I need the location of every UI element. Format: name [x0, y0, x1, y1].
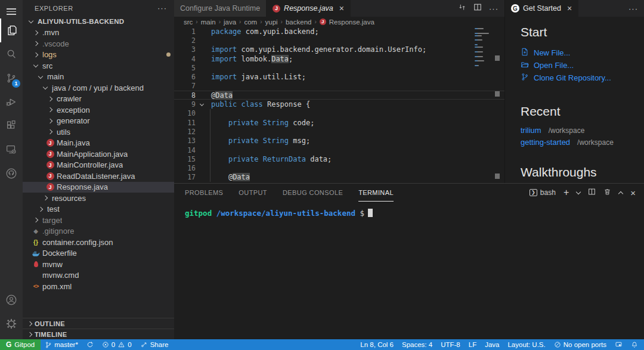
- tree-item-folder[interactable]: logs: [23, 49, 174, 61]
- close-panel-icon[interactable]: ×: [630, 188, 636, 198]
- tree-item-folder[interactable]: utils: [23, 126, 174, 138]
- tree-item-file[interactable]: JMain.java: [23, 138, 174, 149]
- code-line[interactable]: 17 @Data: [174, 173, 504, 182]
- more-actions-icon[interactable]: ···: [489, 4, 499, 13]
- tree-item-file[interactable]: mvnw.cmd: [23, 270, 174, 281]
- remote-indicator[interactable]: G Gitpod: [0, 339, 41, 350]
- ports-status[interactable]: No open ports: [550, 339, 611, 350]
- tree-item-file[interactable]: ◆.gitignore: [23, 226, 174, 237]
- recent-workspace-link[interactable]: getting-started: [521, 138, 570, 147]
- run-debug-icon[interactable]: [0, 90, 23, 114]
- panel-tab-problems[interactable]: PROBLEMS: [185, 184, 223, 202]
- panel-tab-output[interactable]: OUTPUT: [239, 184, 267, 202]
- tree-item-folder[interactable]: target: [23, 215, 174, 226]
- sync-status[interactable]: [82, 339, 98, 350]
- minimap[interactable]: [475, 28, 489, 67]
- tree-item-folder[interactable]: java / com / yupi / backend: [23, 82, 174, 94]
- terminal-output[interactable]: gitpod /workspace/aliyun-utils-backend $: [174, 202, 644, 339]
- maximize-panel-icon[interactable]: [618, 191, 623, 196]
- code-line[interactable]: 3import com.yupi.backend.generator.domai…: [174, 45, 504, 54]
- code-editor[interactable]: 1package com.yupi.backend;23import com.y…: [174, 27, 504, 183]
- close-tab-icon[interactable]: ×: [567, 4, 572, 13]
- code-line[interactable]: 9public class Response {: [174, 100, 504, 109]
- fold-chevron-icon[interactable]: [200, 102, 204, 106]
- tree-item-folder[interactable]: crawler: [23, 94, 174, 105]
- tab-get-started[interactable]: G Get Started ×: [505, 0, 578, 17]
- share-status[interactable]: Share: [136, 339, 173, 350]
- getstarted-link[interactable]: Open File...: [521, 59, 644, 72]
- extensions-icon[interactable]: [0, 114, 23, 138]
- tree-item-folder[interactable]: .mvn: [23, 27, 174, 39]
- account-icon[interactable]: [0, 288, 23, 312]
- panel-tab-debug-console[interactable]: DEBUG CONSOLE: [283, 184, 343, 202]
- timeline-section[interactable]: TIMELINE: [23, 329, 174, 339]
- getstarted-link[interactable]: New File...: [521, 47, 644, 59]
- breadcrumb-item[interactable]: com: [244, 18, 257, 26]
- code-line[interactable]: 16: [174, 163, 504, 172]
- code-line[interactable]: 12: [174, 127, 504, 136]
- code-line[interactable]: 2: [174, 36, 504, 45]
- tree-item-file[interactable]: JResponse.java: [23, 182, 174, 193]
- code-line[interactable]: 6import java.util.List;: [174, 72, 504, 81]
- git-branch-status[interactable]: master*: [41, 339, 82, 350]
- split-terminal-icon[interactable]: [588, 188, 596, 197]
- breadcrumb[interactable]: src›main›java›com›yupi›backend›JResponse…: [174, 17, 504, 27]
- feedback-status[interactable]: [611, 339, 627, 350]
- tree-item-folder[interactable]: .vscode: [23, 38, 174, 49]
- tree-item-folder[interactable]: ALIYUN-UTILS-BACKEND: [23, 16, 174, 27]
- breadcrumb-item[interactable]: backend: [286, 18, 311, 26]
- outline-section[interactable]: OUTLINE: [23, 318, 174, 329]
- recent-workspace-link[interactable]: trilium: [521, 126, 541, 135]
- getstarted-link[interactable]: Clone Git Repository...: [521, 72, 644, 84]
- close-tab-icon[interactable]: ×: [339, 4, 344, 13]
- panel-tab-terminal[interactable]: TERMINAL: [358, 184, 394, 202]
- tree-item-folder[interactable]: generator: [23, 116, 174, 127]
- code-line[interactable]: 1package com.yupi.backend;: [174, 27, 504, 36]
- notifications-status[interactable]: [627, 339, 644, 350]
- tree-item-folder[interactable]: main: [23, 72, 174, 83]
- breadcrumb-item[interactable]: java: [224, 18, 236, 26]
- code-line[interactable]: 13 private String msg;: [174, 137, 504, 145]
- open-changes-icon[interactable]: [458, 3, 466, 14]
- code-line[interactable]: 7: [174, 82, 504, 91]
- new-terminal-icon[interactable]: +: [564, 187, 569, 198]
- code-line[interactable]: 15 private ReturnData data;: [174, 154, 504, 163]
- status-item[interactable]: Spaces: 4: [398, 339, 436, 350]
- status-item[interactable]: Layout: U.S.: [503, 339, 549, 350]
- code-line[interactable]: 5: [174, 63, 504, 72]
- settings-gear-icon[interactable]: [0, 312, 23, 336]
- status-item[interactable]: Java: [481, 339, 503, 350]
- explorer-icon[interactable]: [0, 18, 23, 42]
- tree-item-folder[interactable]: test: [23, 204, 174, 215]
- split-editor-icon[interactable]: [473, 3, 482, 14]
- breadcrumb-item[interactable]: main: [201, 18, 216, 26]
- tree-item-file[interactable]: JMainApplication.java: [23, 148, 174, 160]
- tree-item-file[interactable]: JReadDataListener.java: [23, 171, 174, 182]
- tree-item-file[interactable]: <>pom.xml: [23, 281, 174, 292]
- code-line[interactable]: 11 private String code;: [174, 118, 504, 127]
- editor-tab[interactable]: Configure Java Runtime: [174, 0, 267, 17]
- search-icon[interactable]: [0, 42, 23, 66]
- tree-item-file[interactable]: {}container.config.json: [23, 237, 174, 248]
- remote-explorer-icon[interactable]: [0, 138, 23, 162]
- github-icon[interactable]: [0, 162, 23, 185]
- more-actions-icon[interactable]: ···: [628, 4, 638, 13]
- shell-selector[interactable]: ❯ bash: [530, 188, 556, 197]
- tree-item-folder[interactable]: resources: [23, 193, 174, 204]
- status-item[interactable]: UTF-8: [436, 339, 465, 350]
- tree-item-file[interactable]: Dockerfile: [23, 248, 174, 259]
- tree-item-file[interactable]: mvnw: [23, 259, 174, 270]
- tree-item-file[interactable]: JMainController.java: [23, 160, 174, 171]
- code-line[interactable]: 4import lombok.Data;: [174, 54, 504, 63]
- tree-item-folder[interactable]: src: [23, 60, 174, 72]
- breadcrumb-item[interactable]: Response.java: [329, 18, 374, 26]
- status-item[interactable]: LF: [465, 339, 481, 350]
- breadcrumb-item[interactable]: src: [184, 18, 193, 26]
- explorer-actions-icon[interactable]: ···: [157, 4, 167, 13]
- code-line[interactable]: 14: [174, 145, 504, 154]
- editor-tab[interactable]: JResponse.java×: [267, 0, 351, 17]
- code-line[interactable]: 10: [174, 109, 504, 118]
- breadcrumb-item[interactable]: yupi: [265, 18, 278, 26]
- menu-icon[interactable]: [7, 8, 16, 15]
- terminal-dropdown-icon[interactable]: [576, 189, 581, 194]
